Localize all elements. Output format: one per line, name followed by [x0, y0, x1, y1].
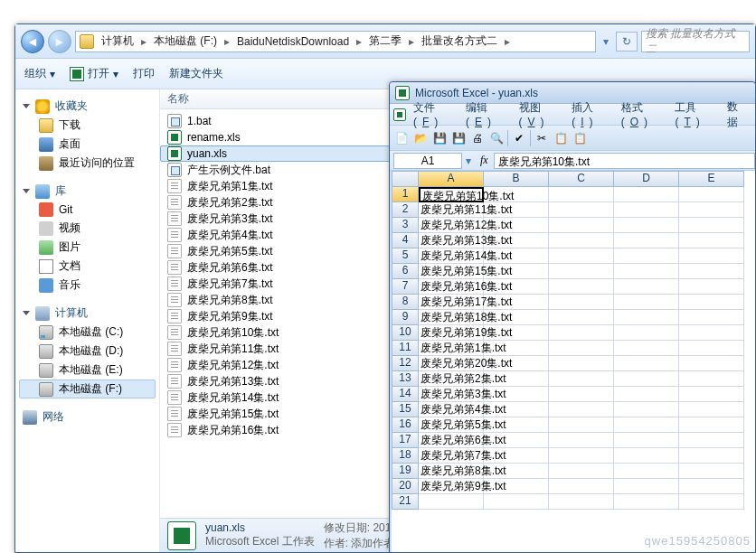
col-header-C[interactable]: C	[549, 171, 614, 187]
nav-documents[interactable]: 文档	[19, 257, 156, 276]
cell[interactable]	[614, 187, 679, 202]
cell[interactable]	[679, 387, 744, 402]
menu-工具[interactable]: 工具(T)	[669, 98, 720, 130]
cell[interactable]	[549, 387, 614, 402]
cell[interactable]	[614, 417, 679, 433]
cell[interactable]	[484, 295, 549, 310]
crumb-item[interactable]: 批量改名方式二	[418, 33, 501, 49]
row-header[interactable]: 12	[392, 356, 419, 371]
cell[interactable]	[484, 494, 549, 510]
cell[interactable]	[679, 248, 744, 264]
cell[interactable]	[484, 325, 549, 341]
row-header[interactable]: 21	[392, 494, 419, 510]
forward-button[interactable]: ►	[48, 30, 71, 53]
col-header-D[interactable]: D	[614, 171, 679, 187]
cell[interactable]	[679, 264, 744, 279]
cell[interactable]	[549, 479, 614, 494]
print-button[interactable]: 打印	[133, 66, 155, 81]
cell[interactable]	[614, 356, 679, 371]
nav-pictures[interactable]: 图片	[19, 238, 156, 257]
cell[interactable]: 废柴兄弟第17集.txt	[419, 295, 484, 310]
row-header[interactable]: 16	[392, 417, 419, 433]
cell[interactable]: 废柴兄弟第4集.txt	[419, 402, 484, 417]
menu-视图[interactable]: 视图(V)	[514, 98, 565, 130]
crumb-item[interactable]: 本地磁盘 (F:)	[150, 33, 221, 49]
cell[interactable]: 废柴兄弟第3集.txt	[419, 387, 484, 402]
cell[interactable]	[679, 341, 744, 356]
cell[interactable]: 废柴兄弟第6集.txt	[419, 433, 484, 448]
cell[interactable]	[679, 448, 744, 464]
row-header[interactable]: 6	[392, 264, 419, 279]
nav-downloads[interactable]: 下载	[19, 116, 156, 135]
open-button[interactable]: 打开 ▾	[70, 66, 118, 81]
nav-drive-c[interactable]: 本地磁盘 (C:)	[19, 323, 156, 342]
cell[interactable]: 废柴兄弟第11集.txt	[419, 202, 484, 218]
cell[interactable]	[549, 264, 614, 279]
cell[interactable]	[614, 448, 679, 464]
row-header[interactable]: 13	[392, 371, 419, 387]
cell[interactable]	[484, 310, 549, 325]
name-box[interactable]: A1	[393, 153, 462, 169]
formula-input[interactable]: 废柴兄弟第10集.txt	[494, 153, 755, 169]
cell[interactable]	[549, 325, 614, 341]
nav-drive-d[interactable]: 本地磁盘 (D:)	[19, 342, 156, 361]
row-header[interactable]: 2	[392, 202, 419, 218]
nav-git[interactable]: Git	[19, 201, 156, 219]
search-input[interactable]: 搜索 批量改名方式二	[641, 31, 750, 52]
cell[interactable]	[549, 187, 614, 202]
cell[interactable]	[679, 187, 744, 202]
row-header[interactable]: 7	[392, 279, 419, 295]
cell[interactable]	[679, 494, 744, 510]
cell[interactable]	[484, 433, 549, 448]
row-header[interactable]: 20	[392, 479, 419, 494]
back-button[interactable]: ◄	[21, 30, 44, 53]
menu-插入[interactable]: 插入(I)	[566, 98, 614, 130]
menu-格式[interactable]: 格式(O)	[616, 98, 668, 130]
cell[interactable]	[679, 371, 744, 387]
cell[interactable]	[549, 279, 614, 295]
crumb-item[interactable]: BaiduNetdiskDownload	[233, 35, 353, 48]
cell[interactable]	[484, 387, 549, 402]
fx-icon[interactable]: fx	[475, 154, 494, 167]
cell[interactable]	[614, 479, 679, 494]
cell[interactable]: 废柴兄弟第20集.txt	[419, 356, 484, 371]
row-header[interactable]: 18	[392, 448, 419, 464]
cell[interactable]: 废柴兄弟第5集.txt	[419, 417, 484, 433]
cell[interactable]	[614, 341, 679, 356]
breadcrumb[interactable]: 计算机▸本地磁盘 (F:)▸BaiduNetdiskDownload▸第二季▸批…	[75, 31, 596, 52]
cell[interactable]	[679, 479, 744, 494]
row-header[interactable]: 17	[392, 433, 419, 448]
cell[interactable]	[484, 264, 549, 279]
paste-icon[interactable]: 📋	[572, 130, 588, 146]
row-header[interactable]: 19	[392, 464, 419, 479]
nav-desktop[interactable]: 桌面	[19, 135, 156, 154]
cell[interactable]: 废柴兄弟第15集.txt	[419, 264, 484, 279]
nav-music[interactable]: 音乐	[19, 276, 156, 295]
menu-编辑[interactable]: 编辑(E)	[460, 98, 512, 130]
row-header[interactable]: 3	[392, 218, 419, 233]
cell[interactable]	[614, 202, 679, 218]
menu-数据[interactable]: 数据	[722, 98, 751, 132]
cell[interactable]: 废柴兄弟第14集.txt	[419, 248, 484, 264]
save-icon[interactable]: 💾	[431, 130, 448, 146]
saveas-icon[interactable]: 💾	[450, 130, 467, 146]
cell[interactable]	[679, 402, 744, 417]
nav-favorites[interactable]: 收藏夹	[19, 97, 156, 116]
cell[interactable]	[484, 248, 549, 264]
cell[interactable]	[484, 341, 549, 356]
cell[interactable]: 废柴兄弟第16集.txt	[419, 279, 484, 295]
cell[interactable]	[679, 218, 744, 233]
cell[interactable]	[679, 464, 744, 479]
cell[interactable]	[614, 233, 679, 248]
cell[interactable]	[614, 218, 679, 233]
cell[interactable]	[679, 433, 744, 448]
crumb-item[interactable]: 计算机	[98, 33, 137, 49]
cell[interactable]	[679, 417, 744, 433]
cell[interactable]	[484, 371, 549, 387]
nav-recent[interactable]: 最近访问的位置	[19, 154, 156, 173]
cell[interactable]: 废柴兄弟第19集.txt	[419, 325, 484, 341]
copy-icon[interactable]: 📋	[553, 130, 569, 146]
cell[interactable]	[679, 279, 744, 295]
cell[interactable]	[614, 325, 679, 341]
cell[interactable]: 废柴兄弟第1集.txt	[419, 341, 484, 356]
